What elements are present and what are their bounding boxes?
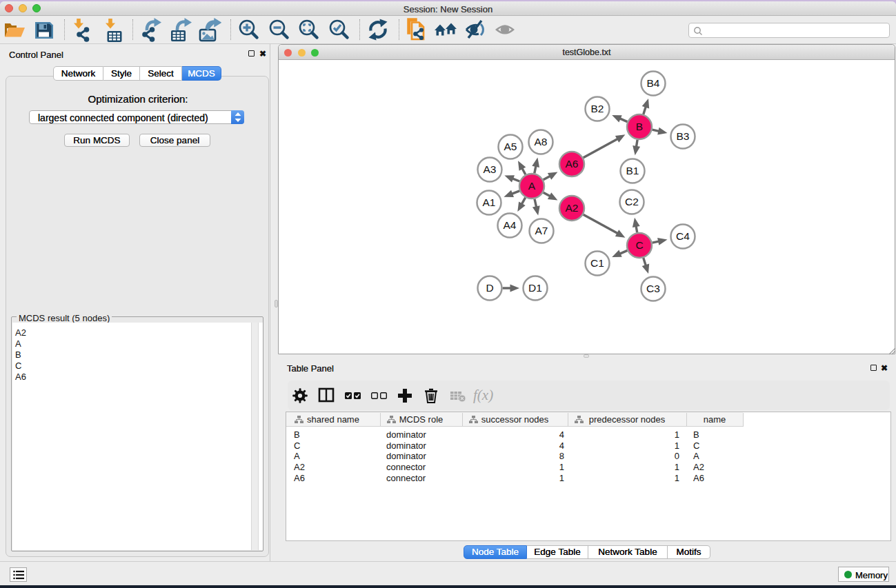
svg-text:A6: A6 — [566, 158, 579, 170]
svg-text:D1: D1 — [528, 282, 542, 294]
svg-text:A1: A1 — [483, 196, 496, 208]
svg-text:B: B — [636, 121, 643, 132]
svg-text:C3: C3 — [646, 283, 660, 294]
svg-text:D: D — [486, 282, 493, 294]
svg-text:C: C — [635, 239, 643, 251]
svg-text:B3: B3 — [677, 130, 690, 142]
svg-text:C1: C1 — [590, 257, 604, 269]
svg-text:A5: A5 — [504, 141, 517, 152]
svg-text:A: A — [528, 180, 536, 192]
svg-text:C2: C2 — [625, 196, 639, 207]
svg-text:A8: A8 — [535, 136, 548, 148]
svg-text:B1: B1 — [626, 165, 639, 176]
svg-text:A3: A3 — [484, 163, 497, 175]
svg-text:A2: A2 — [566, 202, 579, 214]
svg-text:C4: C4 — [676, 230, 690, 242]
svg-text:B4: B4 — [647, 77, 660, 89]
svg-text:A7: A7 — [535, 225, 548, 236]
svg-text:f(x): f(x) — [473, 387, 493, 403]
svg-text:B2: B2 — [591, 103, 604, 114]
svg-text:A4: A4 — [504, 219, 517, 231]
